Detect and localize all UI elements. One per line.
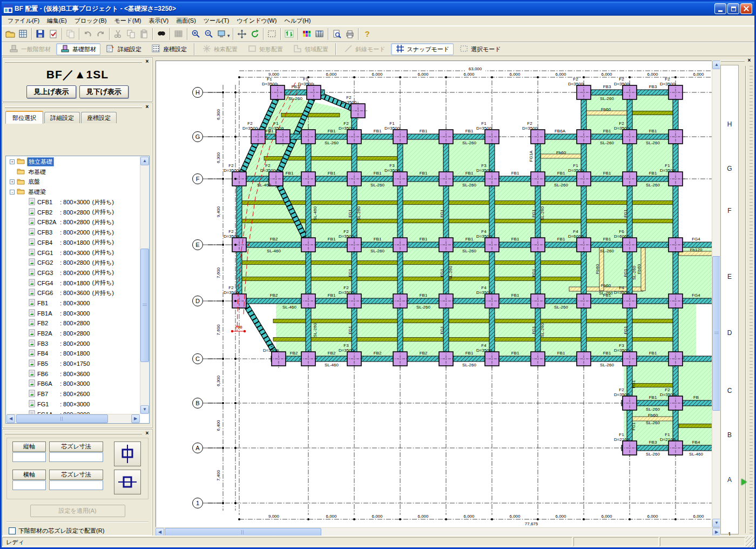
tree-folder-布基礎[interactable]: 布基礎 (6, 167, 140, 177)
mode-button-coords-3[interactable]: 座標設定 (147, 43, 191, 55)
mode-button-diagmode-7[interactable]: 斜線モード (339, 43, 390, 55)
tree-item-FB2A[interactable]: FB2A: 800×2800 (6, 329, 140, 339)
tab-詳細設定[interactable]: 詳細設定 (44, 112, 80, 123)
scroll-up-icon[interactable]: ▲ (140, 157, 149, 165)
tree-folder-基礎梁[interactable]: -基礎梁 (6, 187, 140, 197)
panel-grip[interactable] (5, 61, 142, 63)
tree-item-CFG1[interactable]: CFG1: 800×3000(片持ち) (6, 247, 140, 258)
tree-item-CFG4[interactable]: CFG4: 800×1800(片持ち) (6, 278, 140, 288)
mode-button-selectmode-9[interactable]: 選択モード (455, 43, 505, 55)
tree-folder-底盤[interactable]: +底盤 (6, 177, 140, 187)
mode-button-member-1[interactable]: 基礎部材 (56, 43, 100, 55)
mode-button-member-0[interactable]: 一般階部材 (5, 43, 55, 55)
menu-item-4[interactable]: モード(M) (110, 16, 145, 26)
resize-grip[interactable] (746, 536, 754, 547)
find-icon[interactable] (155, 28, 168, 41)
menu-item-7[interactable]: ツール(T) (200, 16, 233, 26)
zoomin-icon[interactable] (190, 28, 202, 41)
newgrid-icon[interactable] (17, 28, 30, 41)
scrollbar-thumb[interactable] (16, 414, 108, 423)
ruler-track[interactable] (745, 66, 746, 533)
scroll-left-icon[interactable]: ◀ (6, 414, 15, 423)
preview-icon[interactable] (330, 28, 343, 41)
scroll-right-icon[interactable]: ▶ (131, 414, 140, 423)
tree-item-FB2[interactable]: FB2: 800×2800 (6, 318, 140, 329)
close-button[interactable] (740, 3, 752, 14)
undo-icon[interactable] (82, 28, 94, 41)
expand-toggle-icon[interactable]: - (10, 190, 15, 195)
rotate-icon[interactable] (248, 28, 261, 41)
table-icon[interactable] (313, 28, 326, 41)
tree-item-CFB4[interactable]: CFB4: 800×1800(片持ち) (6, 238, 140, 248)
tree-item-FB7[interactable]: FB7: 800×2600 (6, 389, 140, 399)
redo-icon[interactable] (94, 28, 107, 41)
menu-item-5[interactable]: 表示(V) (145, 16, 172, 26)
menu-item-9[interactable]: ヘルプ(H) (280, 16, 314, 26)
minimize-button[interactable] (714, 3, 726, 14)
panel-close-icon[interactable]: × (144, 431, 150, 437)
panel-close-icon[interactable]: × (144, 104, 150, 110)
tree-item-FB6[interactable]: FB6: 800×3600 (6, 369, 140, 379)
vertical-axis-icon-button[interactable] (114, 441, 141, 466)
menu-item-1[interactable]: ファイル(F) (4, 16, 43, 26)
canvas-vscrollbar[interactable]: ▲ ▼ (712, 61, 720, 527)
expand-toggle-icon[interactable]: + (10, 179, 15, 184)
tree-item-FB4[interactable]: FB4: 800×1800 (6, 349, 140, 359)
mode-button-areaplace-6[interactable]: 領域配置 (288, 43, 333, 55)
tree-item-FB1A[interactable]: FB1A: 800×3000 (6, 308, 140, 318)
menu-item-8[interactable]: ウインドウ(W) (233, 16, 280, 26)
palette-icon[interactable] (300, 28, 313, 41)
panel-close-icon[interactable]: × (144, 59, 150, 65)
canvas-hscrollbar[interactable]: ◀ ▶ (156, 527, 721, 536)
tree-item-CFB2A[interactable]: CFB2A: 800×2800(片持ち) (6, 217, 140, 227)
panel-close-icon[interactable]: × (746, 58, 752, 64)
tree-item-CFG3[interactable]: CFG3: 800×2000(片持ち) (6, 268, 140, 278)
horizontal-axis-icon-button[interactable] (114, 470, 141, 494)
tree-item-CFG6[interactable]: CFG6: 800×3600(片持ち) (6, 288, 140, 298)
menu-item-6[interactable]: 画面(S) (172, 16, 200, 26)
expand-toggle-icon[interactable]: + (10, 159, 15, 164)
move-icon[interactable] (235, 28, 248, 41)
offset-dim-input-1[interactable] (49, 452, 103, 462)
dashrect-icon[interactable] (266, 28, 279, 41)
apply-settings-button[interactable]: 設定を適用(A) (30, 505, 125, 517)
mode-button-snapmode-8[interactable]: スナップモード (391, 43, 454, 55)
tab-部位選択[interactable]: 部位選択 (5, 111, 43, 124)
panel-grip[interactable] (5, 106, 142, 108)
checkdoc-icon[interactable] (47, 28, 60, 41)
vertical-axis-button[interactable]: 縦軸 (12, 441, 46, 452)
menu-item-2[interactable]: 編集(E) (43, 16, 71, 26)
copy-icon[interactable] (125, 28, 138, 41)
menu-item-3[interactable]: ブロック(B) (71, 16, 111, 26)
tree-item-CFB1[interactable]: CFB1: 800×3000(片持ち) (6, 197, 140, 207)
print-icon[interactable] (343, 28, 356, 41)
drawing-canvas[interactable]: 700HGFEDCBA19,0006,0006,0006,0006,0006,0… (156, 61, 712, 527)
lower-member-offset-checkbox[interactable] (9, 527, 16, 534)
save-icon[interactable] (34, 28, 47, 41)
look-down-button[interactable]: 見下げ表示 (79, 85, 129, 98)
mode-button-searchplace-4[interactable]: 検索配置 (198, 43, 242, 55)
tree-item-CFB3[interactable]: CFB3: 800×2000(片持ち) (6, 227, 140, 238)
offset-dim-button-1[interactable]: 芯ズレ寸法 (49, 441, 103, 452)
monitor-icon[interactable] (215, 28, 228, 41)
refresh-icon[interactable] (283, 28, 296, 41)
horizontal-axis-input[interactable] (12, 480, 46, 490)
dropdown-arrow-icon[interactable]: ▾ (227, 33, 230, 38)
cut-icon[interactable] (112, 28, 125, 41)
paste-icon[interactable] (138, 28, 151, 41)
tree-vscrollbar[interactable]: ▲ ▼ (140, 157, 148, 414)
maximize-button[interactable] (727, 3, 739, 14)
tree-item-FG1A[interactable]: FG1A: 800×3000 (6, 409, 140, 414)
copydoc-icon[interactable] (64, 28, 77, 41)
help-icon[interactable]: ? (361, 28, 374, 41)
scrollbar-thumb[interactable] (140, 249, 149, 362)
mode-button-detail-2[interactable]: 詳細設定 (102, 43, 146, 55)
scroll-down-icon[interactable]: ▼ (140, 405, 149, 414)
title-bar[interactable]: BF 配置 - (仮株)B工事プロジェクト - <基礎深さ=3250> (2, 2, 754, 16)
tree-item-FB5[interactable]: FB5: 800×1750 (6, 359, 140, 369)
zoomout-icon[interactable] (202, 28, 215, 41)
tree-item-FB1[interactable]: FB1: 800×3000 (6, 298, 140, 309)
horizontal-axis-button[interactable]: 横軸 (12, 470, 46, 480)
darkgrid-icon[interactable] (172, 28, 185, 41)
panel-grip[interactable] (5, 433, 142, 434)
